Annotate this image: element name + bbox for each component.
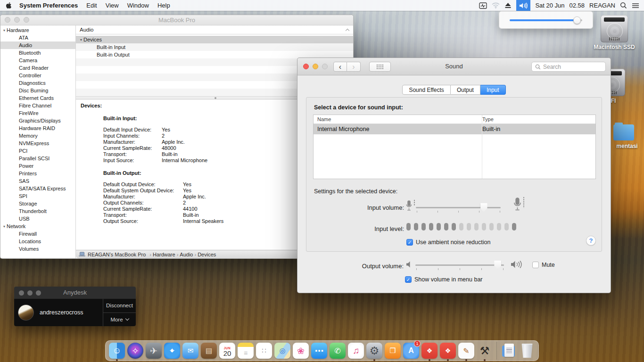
dock-downloads-doc[interactable] [501, 341, 517, 360]
dock-safari[interactable]: ✦ [164, 341, 180, 360]
menu-bar-user[interactable]: REAGAN [589, 2, 615, 9]
menu-window[interactable]: Window [127, 2, 149, 9]
window-title-bar[interactable]: ‹ › Sound Search [297, 58, 611, 75]
volume-popup-knob[interactable] [573, 16, 581, 24]
input-volume-slider[interactable] [416, 203, 501, 214]
desktop-icon-macintosh-ssd[interactable]: Macintosh SSD [593, 15, 636, 50]
sidebar-item-graphics-displays[interactable]: Graphics/Displays [0, 117, 75, 124]
sidebar-item-spi[interactable]: SPI [0, 192, 75, 200]
sidebar-item-ethernet-cards[interactable]: Ethernet Cards [0, 94, 75, 102]
input-volume-track[interactable] [416, 207, 501, 208]
dock-trash[interactable] [519, 341, 535, 360]
search-input[interactable]: Search [531, 62, 606, 72]
sidebar-item-memory[interactable]: Memory [0, 132, 75, 140]
volume-menu-icon[interactable] [516, 0, 530, 11]
menu-bar-date[interactable]: Sat 20 Jun [535, 2, 564, 9]
back-button[interactable]: ‹ [333, 62, 347, 72]
ambient-noise-checkbox[interactable]: ✓ Use ambient noise reduction [406, 239, 490, 246]
dock-siri[interactable]: ✧ [127, 341, 143, 360]
sidebar-item-card-reader[interactable]: Card Reader [0, 64, 75, 72]
dock-ic-tool[interactable]: ⚒ [477, 341, 493, 360]
checkbox-icon[interactable]: ✓ [406, 239, 413, 246]
wifi-icon[interactable] [492, 2, 500, 8]
sidebar-item-nvmexpress[interactable]: NVMExpress [0, 140, 75, 147]
dock-mail[interactable]: ✉ [182, 341, 198, 360]
tree-row-devices[interactable]: ▼Devices [76, 36, 353, 43]
minimize-button[interactable] [14, 17, 20, 23]
sidebar-item-pci[interactable]: PCI [0, 147, 75, 155]
mute-checkbox[interactable]: ✓ Mute [532, 262, 555, 268]
pane-header[interactable]: Audio [76, 25, 353, 34]
sidebar-item-controller[interactable]: Controller [0, 72, 75, 79]
volume-popup-track[interactable] [510, 19, 582, 21]
zoom-button[interactable] [322, 64, 328, 69]
device-row-internal-microphone[interactable]: Internal MicrophoneBuilt-in [314, 124, 595, 134]
checkbox-icon[interactable]: ✓ [405, 276, 412, 283]
window-title-bar[interactable]: MacBook Pro [0, 15, 353, 25]
notification-center-icon[interactable] [632, 3, 639, 8]
forward-button[interactable]: › [347, 62, 361, 72]
sidebar-item-storage[interactable]: Storage [0, 200, 75, 207]
tab-input[interactable]: Input [480, 85, 506, 95]
app-menu-title[interactable]: System Preferences [19, 2, 78, 9]
eject-icon[interactable] [504, 2, 512, 8]
sidebar-item-disc-burning[interactable]: Disc Burning [0, 87, 75, 94]
dock-app-store[interactable]: A1 [403, 341, 419, 360]
dock-ibooks[interactable]: ❒ [385, 341, 401, 360]
sidebar-item-hardware[interactable]: ▼Hardware [0, 26, 75, 34]
sidebar-item-usb[interactable]: USB [0, 215, 75, 222]
minimize-button[interactable] [313, 64, 318, 69]
sidebar-item-parallel-scsi[interactable]: Parallel SCSI [0, 155, 75, 162]
tab-output[interactable]: Output [451, 85, 480, 95]
sidebar-item-audio[interactable]: Audio [0, 41, 75, 49]
tree-row-built-in-input[interactable]: Built-in Input [76, 43, 353, 51]
menu-edit[interactable]: Edit [86, 2, 97, 9]
sidebar-item-firewall[interactable]: Firewall [0, 230, 75, 238]
sidebar-item-power[interactable]: Power [0, 162, 75, 170]
tab-sound-effects[interactable]: Sound Effects [402, 85, 451, 95]
sidebar-item-printers[interactable]: Printers [0, 170, 75, 177]
minimize-button[interactable] [27, 290, 33, 296]
dock-anydesk[interactable]: ❖ [421, 341, 438, 360]
zoom-button[interactable] [24, 17, 29, 23]
dock-photos[interactable]: ❀ [293, 341, 309, 360]
more-button[interactable]: More [103, 313, 136, 327]
sidebar-item-locations[interactable]: Locations [0, 238, 75, 245]
dock-launchpad[interactable]: ✈ [146, 341, 162, 360]
sidebar-item-hardware-raid[interactable]: Hardware RAID [0, 124, 75, 132]
dock-notes[interactable]: ≡ [238, 341, 254, 360]
dock-messages[interactable]: ⋯ [311, 341, 327, 360]
dock-calendar[interactable]: JUN20 [219, 341, 235, 360]
sidebar-item-diagnostics[interactable]: Diagnostics [0, 79, 75, 87]
sidebar-item-thunderbolt[interactable]: Thunderbolt [0, 207, 75, 215]
zoom-button[interactable] [36, 290, 41, 296]
checkbox-icon[interactable]: ✓ [532, 262, 539, 268]
volume-popup-slider[interactable] [510, 16, 582, 24]
menu-bar-time[interactable]: 02.58 [570, 2, 585, 9]
activity-monitor-icon[interactable] [479, 2, 487, 9]
dock-system-preferences[interactable]: ⚙ [366, 341, 382, 360]
dock-contacts[interactable]: ▤ [201, 341, 217, 360]
apple-menu-icon[interactable] [6, 2, 12, 9]
dock-preview[interactable]: ✎ [458, 341, 474, 360]
sidebar-item-firewire[interactable]: FireWire [0, 109, 75, 117]
output-volume-track[interactable] [415, 264, 504, 266]
sidebar-item-sata-sata-express[interactable]: SATA/SATA Express [0, 185, 75, 192]
spotlight-search-icon[interactable] [620, 2, 627, 9]
dock-facetime[interactable]: ✆ [330, 341, 346, 360]
sidebar-item-ata[interactable]: ATA [0, 34, 75, 41]
sidebar-item-volumes[interactable]: Volumes [0, 245, 75, 253]
dock-reminders[interactable]: ∷ [256, 341, 272, 360]
close-button[interactable] [5, 17, 10, 23]
dock-anydesk-2[interactable]: ❖ [440, 341, 456, 360]
dock-maps[interactable]: ◎ [274, 341, 290, 360]
menu-help[interactable]: Help [157, 2, 170, 9]
close-button[interactable] [19, 290, 24, 296]
sidebar-item-sas[interactable]: SAS [0, 177, 75, 185]
dock-finder[interactable]: ☺ [109, 341, 125, 360]
output-volume-slider[interactable] [415, 261, 504, 272]
help-button[interactable]: ? [586, 236, 596, 246]
sidebar-item-bluetooth[interactable]: Bluetooth [0, 49, 75, 57]
show-volume-checkbox[interactable]: ✓ Show volume in menu bar [405, 276, 483, 283]
sidebar-item-fibre-channel[interactable]: Fibre Channel [0, 102, 75, 109]
